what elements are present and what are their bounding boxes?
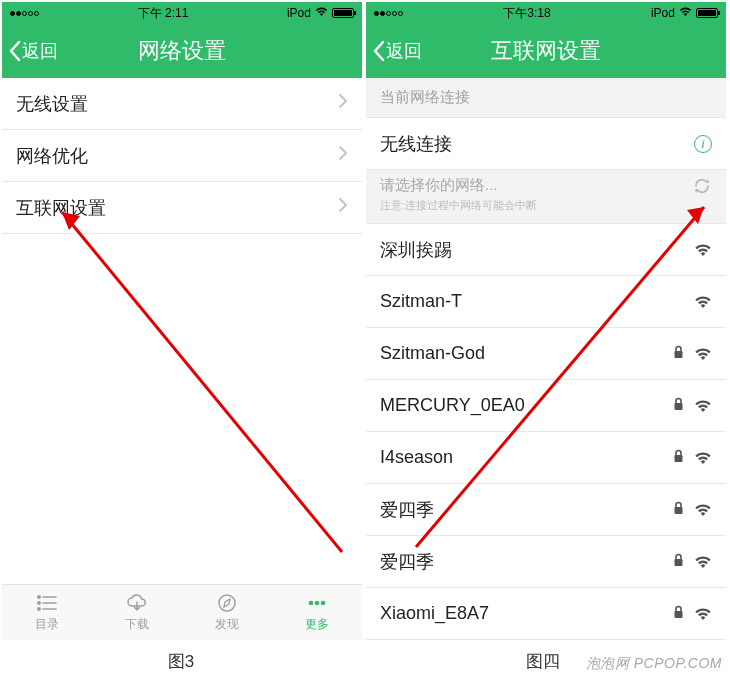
svg-rect-14	[675, 351, 683, 358]
svg-rect-19	[675, 611, 683, 618]
status-bar: 下午3:18 iPod	[366, 2, 726, 24]
wifi-icon	[694, 607, 712, 621]
network-name: MERCURY_0EA0	[380, 395, 525, 416]
svg-point-9	[321, 600, 326, 605]
signal-dots-icon	[374, 11, 403, 16]
network-name: 深圳挨踢	[380, 238, 452, 262]
network-name: I4season	[380, 447, 453, 468]
network-name: Szitman-God	[380, 343, 485, 364]
wireless-connection-row[interactable]: 无线连接 i	[366, 118, 726, 170]
row-label: 无线设置	[16, 92, 88, 116]
wifi-network-row[interactable]: Xiaomi_E8A7	[366, 588, 726, 640]
wifi-icon	[694, 503, 712, 517]
back-label: 返回	[22, 39, 58, 63]
row-label: 无线连接	[380, 132, 452, 156]
wifi-network-row[interactable]: MERCURY_0EA0	[366, 380, 726, 432]
chevron-right-icon	[338, 93, 348, 114]
network-name: Xiaomi_E8A7	[380, 603, 489, 624]
list-icon	[35, 593, 59, 613]
back-button[interactable]: 返回	[2, 39, 58, 63]
network-optimize-row[interactable]: 网络优化	[2, 130, 362, 182]
svg-rect-18	[675, 559, 683, 566]
svg-marker-13	[695, 190, 698, 194]
lock-icon	[673, 501, 684, 518]
chevron-right-icon	[338, 197, 348, 218]
status-time: 下午 2:11	[138, 5, 189, 22]
tab-label: 下载	[125, 616, 149, 633]
chevron-right-icon	[338, 145, 348, 166]
wifi-network-row[interactable]: Szitman-God	[366, 328, 726, 380]
settings-list: 无线设置 网络优化 互联网设置	[2, 78, 362, 584]
svg-rect-16	[675, 455, 683, 462]
screen-right: 下午3:18 iPod 返回 互联网设置 当前网络连接 无线连接 i	[366, 2, 726, 640]
network-name: 爱四季	[380, 498, 434, 522]
nav-bar: 返回 网络设置	[2, 24, 362, 78]
caption-right: 图四	[362, 650, 724, 673]
wifi-status-icon	[679, 6, 692, 20]
screens-container: 下午 2:11 iPod 返回 网络设置 无线设置	[0, 0, 730, 680]
network-list: 当前网络连接 无线连接 i 请选择你的网络... 注意:连接过程中网络可能会中断…	[366, 78, 726, 640]
wifi-status-icon	[315, 6, 328, 20]
tab-download[interactable]: 下载	[92, 585, 182, 640]
back-label: 返回	[386, 39, 422, 63]
wifi-network-row[interactable]: Szitman-T	[366, 276, 726, 328]
row-label: 网络优化	[16, 144, 88, 168]
svg-point-2	[38, 601, 40, 603]
lock-icon	[673, 345, 684, 362]
tab-discover[interactable]: 发现	[182, 585, 272, 640]
network-name: 爱四季	[380, 550, 434, 574]
tab-bar: 目录 下载 发现 更多	[2, 584, 362, 640]
lock-icon	[673, 605, 684, 622]
wifi-icon	[694, 555, 712, 569]
lock-icon	[673, 397, 684, 414]
back-button[interactable]: 返回	[366, 39, 422, 63]
svg-point-0	[38, 595, 40, 597]
svg-point-4	[38, 607, 40, 609]
wifi-icon	[694, 243, 712, 257]
wifi-icon	[694, 399, 712, 413]
tab-catalog[interactable]: 目录	[2, 585, 92, 640]
wifi-icon	[694, 295, 712, 309]
wifi-network-row[interactable]: 深圳挨踢	[366, 224, 726, 276]
chevron-left-icon	[372, 40, 386, 62]
battery-icon	[332, 8, 354, 18]
svg-marker-12	[707, 179, 710, 183]
caption-left: 图3	[0, 650, 362, 673]
lock-icon	[673, 449, 684, 466]
refresh-icon[interactable]	[692, 176, 712, 200]
cloud-download-icon	[125, 593, 149, 613]
signal-dots-icon	[10, 11, 39, 16]
info-icon[interactable]: i	[694, 135, 712, 153]
svg-point-7	[309, 600, 314, 605]
more-dots-icon	[305, 593, 329, 613]
svg-point-8	[315, 600, 320, 605]
nav-bar: 返回 互联网设置	[366, 24, 726, 78]
wifi-network-row[interactable]: 爱四季	[366, 484, 726, 536]
lock-icon	[673, 553, 684, 570]
compass-icon	[215, 593, 239, 613]
wifi-network-row[interactable]: I4season	[366, 432, 726, 484]
tab-label: 发现	[215, 616, 239, 633]
picker-note: 注意:连接过程中网络可能会中断	[380, 198, 537, 213]
chevron-left-icon	[8, 40, 22, 62]
wireless-settings-row[interactable]: 无线设置	[2, 78, 362, 130]
tab-more[interactable]: 更多	[272, 585, 362, 640]
battery-icon	[696, 8, 718, 18]
status-bar: 下午 2:11 iPod	[2, 2, 362, 24]
screen-left: 下午 2:11 iPod 返回 网络设置 无线设置	[2, 2, 362, 640]
current-connection-header: 当前网络连接	[366, 78, 726, 118]
status-time: 下午3:18	[503, 5, 550, 22]
svg-rect-15	[675, 403, 683, 410]
svg-point-6	[219, 595, 235, 611]
tab-label: 目录	[35, 616, 59, 633]
wifi-network-row[interactable]: 爱四季	[366, 536, 726, 588]
tab-label: 更多	[305, 616, 329, 633]
svg-rect-17	[675, 507, 683, 514]
captions: 图3 图四	[0, 650, 730, 673]
network-picker-header: 请选择你的网络... 注意:连接过程中网络可能会中断	[366, 170, 726, 224]
wifi-icon	[694, 347, 712, 361]
device-label: iPod	[651, 6, 675, 20]
internet-settings-row[interactable]: 互联网设置	[2, 182, 362, 234]
network-name: Szitman-T	[380, 291, 462, 312]
picker-title: 请选择你的网络...	[380, 176, 537, 195]
